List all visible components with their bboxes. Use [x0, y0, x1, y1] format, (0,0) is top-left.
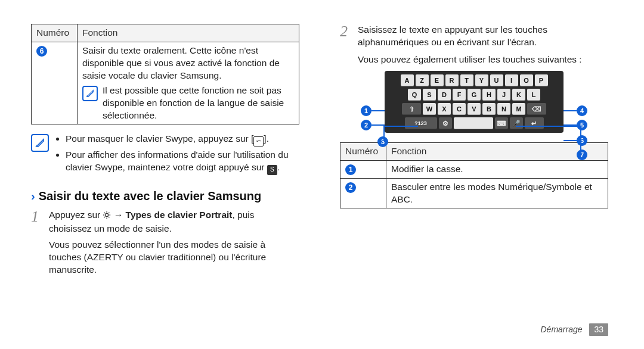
marker-6: 6 — [564, 135, 587, 146]
marker-4: 4 — [564, 105, 587, 116]
key: Z — [416, 74, 429, 86]
tip1: Pour masquer le clavier Swype, appuyez s… — [66, 133, 299, 147]
circled-1: 1 — [345, 164, 356, 175]
tip2: Pour afficher des informations d'aide su… — [66, 149, 299, 175]
key: F — [453, 89, 466, 101]
th-fonction: Fonction — [78, 24, 299, 42]
marker-7: 7 — [577, 149, 587, 160]
key: H — [482, 89, 496, 101]
marker-2: 2 — [361, 120, 385, 130]
lang-key: ⌨ — [495, 117, 508, 129]
page-number: 33 — [589, 323, 608, 336]
note-icon — [82, 86, 98, 101]
svg-point-0 — [106, 214, 109, 217]
key: A — [401, 74, 414, 86]
circled-6: 6 — [36, 46, 47, 57]
key: X — [438, 103, 451, 115]
key: G — [467, 89, 481, 101]
left-column: Numéro Fonction 6 Saisir du texte oralem… — [0, 0, 322, 349]
function-table-right: Numéro Fonction 1 Modifier la casse. 2 B… — [340, 142, 608, 209]
keyboard-diagram: A Z E R T Y U I O P Q S D F G H — [385, 71, 564, 133]
step1-subtext: Vous pouvez sélectionner l'un des modes … — [49, 239, 299, 276]
svg-line-7 — [104, 217, 105, 217]
gear-icon — [103, 210, 111, 223]
key: V — [467, 103, 481, 115]
backspace-key: ⌫ — [527, 103, 546, 115]
kbd-row4: ?123 ⚙ ⌨ 🎤 ↵ — [388, 117, 560, 129]
key: Y — [475, 74, 488, 86]
mic-key: 🎤 — [510, 117, 523, 129]
key: C — [453, 103, 466, 115]
row6-note-text: Il est possible que cette fonction ne so… — [103, 85, 294, 122]
marker-5: 5 — [564, 120, 587, 130]
page-footer: Démarrage 33 — [541, 323, 609, 336]
step-1: 1 Appuyez sur → Types de clavier Portrai… — [31, 209, 299, 276]
shift-key: ⇧ — [402, 103, 421, 115]
back-key-icon: ⤺ — [253, 136, 264, 147]
key: J — [497, 89, 510, 101]
key: R — [445, 74, 459, 86]
key: N — [497, 103, 510, 115]
marker-1: 1 — [361, 105, 385, 116]
footer-section: Démarrage — [541, 325, 583, 334]
kbd-row2: Q S D F G H J K L — [388, 89, 560, 101]
swype-help-icon: S — [267, 165, 277, 175]
note-icon — [31, 134, 49, 152]
section-heading: › Saisir du texte avec le clavier Samsun… — [31, 188, 299, 204]
marker-3: 3 — [377, 136, 388, 147]
svg-line-6 — [109, 217, 110, 217]
key: I — [505, 74, 518, 86]
function-table-left: Numéro Fonction 6 Saisir du texte oralem… — [31, 24, 299, 124]
r2-func: Basculer entre les modes Numérique/Symbo… — [386, 178, 608, 208]
key: U — [490, 74, 503, 86]
key: M — [512, 103, 525, 115]
key: P — [535, 74, 548, 86]
tips-block: Pour masquer le clavier Swype, appuyez s… — [31, 133, 299, 177]
step2-text: Saisissez le texte en appuyant sur les t… — [358, 24, 608, 49]
sym-key: ?123 — [405, 117, 437, 129]
key: T — [460, 74, 473, 86]
key: D — [438, 89, 451, 101]
gear-key: ⚙ — [439, 117, 452, 129]
enter-key: ↵ — [525, 117, 544, 129]
r2-num-cell: 2 — [340, 178, 386, 208]
kbd-row3: ⇧ W X C V B N M ⌫ — [388, 103, 560, 115]
svg-line-5 — [104, 213, 105, 213]
space-key — [454, 117, 493, 129]
key: L — [527, 89, 540, 101]
key: W — [423, 103, 436, 115]
key: B — [482, 103, 496, 115]
row6-func-cell: Saisir du texte oralement. Cette icône n… — [78, 42, 299, 124]
keyboard: A Z E R T Y U I O P Q S D F G H — [385, 71, 564, 133]
chevron-icon: › — [31, 188, 35, 204]
row6-num-cell: 6 — [32, 42, 78, 124]
kbd-row1: A Z E R T Y U I O P — [388, 74, 560, 86]
key: S — [423, 89, 436, 101]
svg-line-8 — [109, 213, 110, 213]
step-2: 2 Saisissez le texte en appuyant sur les… — [340, 24, 608, 49]
row6-main-text: Saisir du texte oralement. Cette icône n… — [82, 45, 294, 82]
th-numero: Numéro — [32, 24, 78, 42]
r1-func: Modifier la casse. — [386, 160, 608, 178]
step-number-1: 1 — [31, 209, 43, 225]
followup-text: Vous pouvez également utiliser les touch… — [358, 54, 608, 66]
key: E — [431, 74, 444, 86]
step-number-2: 2 — [340, 24, 352, 39]
key: Q — [408, 89, 421, 101]
key: K — [512, 89, 525, 101]
step1-text: Appuyez sur → Types de clavier Portrait,… — [49, 209, 299, 235]
circled-2: 2 — [345, 182, 356, 193]
right-column: 2 Saisissez le texte en appuyant sur les… — [322, 0, 644, 349]
r1-num-cell: 1 — [340, 160, 386, 178]
key: O — [520, 74, 533, 86]
